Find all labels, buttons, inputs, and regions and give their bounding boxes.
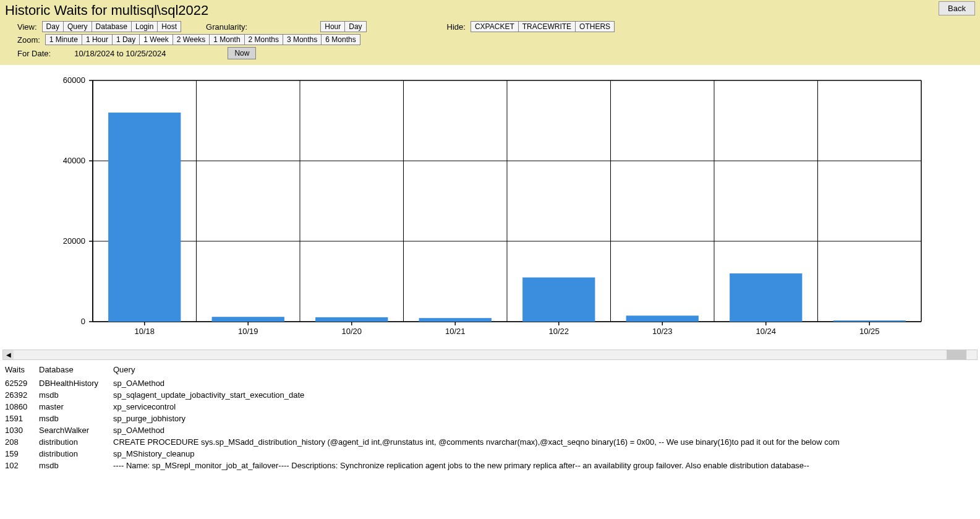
chart-bar-10-25[interactable]	[833, 320, 906, 322]
zoom-btn-1-minute[interactable]: 1 Minute	[45, 34, 82, 45]
zoom-btn-2-months[interactable]: 2 Months	[244, 34, 283, 45]
table-row[interactable]: 159 distribution sp_MShistory_cleanup	[5, 448, 975, 460]
cell-waits: 208	[5, 436, 39, 448]
zoom-btn-1-day[interactable]: 1 Day	[112, 34, 140, 45]
table-row[interactable]: 102 msdb ---- Name: sp_MSrepl_monitor_jo…	[5, 460, 975, 471]
cell-waits: 26392	[5, 389, 39, 401]
svg-text:60000: 60000	[63, 75, 85, 85]
svg-text:10/20: 10/20	[341, 327, 362, 336]
svg-text:0: 0	[81, 317, 85, 326]
svg-text:10/19: 10/19	[238, 327, 258, 336]
cell-query: sp_OAMethod	[113, 377, 975, 390]
cell-query: sp_purge_jobhistory	[113, 413, 975, 424]
hide-btn-tracewrite[interactable]: TRACEWRITE	[518, 21, 576, 32]
table-body: 62529 DBHealthHistory sp_OAMethod26392 m…	[5, 377, 975, 472]
cell-waits: 62529	[5, 377, 39, 390]
granularity-label: Granularity:	[206, 22, 247, 32]
svg-text:10/18: 10/18	[134, 327, 155, 336]
cell-waits: 102	[5, 460, 39, 471]
table-row[interactable]: 62529 DBHealthHistory sp_OAMethod	[5, 377, 975, 390]
cell-query: xp_servicecontrol	[113, 401, 975, 413]
chart-bar-10-22[interactable]	[522, 278, 595, 322]
table-row[interactable]: 1591 msdb sp_purge_jobhistory	[5, 413, 975, 424]
date-range-text: 10/18/2024 to 10/25/2024	[74, 49, 166, 58]
table-row[interactable]: 1030 SearchWalker sp_OAMethod	[5, 424, 975, 436]
cell-database: distribution	[39, 436, 113, 448]
view-button-group: DayQueryDatabaseLoginHost	[42, 21, 181, 32]
cell-query: sp_OAMethod	[113, 424, 975, 436]
for-date-label: For Date:	[17, 49, 51, 58]
svg-text:10/23: 10/23	[652, 327, 673, 336]
cell-query: sp_sqlagent_update_jobactivity_start_exe…	[113, 389, 975, 401]
col-header-waits[interactable]: Waits	[5, 362, 39, 377]
zoom-btn-1-hour[interactable]: 1 Hour	[82, 34, 113, 45]
cell-waits: 10860	[5, 401, 39, 413]
zoom-btn-1-month[interactable]: 1 Month	[209, 34, 244, 45]
col-header-database[interactable]: Database	[39, 362, 113, 377]
cell-waits: 159	[5, 448, 39, 460]
svg-text:10/25: 10/25	[859, 327, 880, 336]
cell-database: msdb	[39, 389, 113, 401]
cell-query: ---- Name: sp_MSrepl_monitor_job_at_fail…	[113, 460, 975, 471]
cell-database: DBHealthHistory	[39, 377, 113, 390]
bar-chart[interactable]: 020000400006000010/1810/1910/2010/2110/2…	[12, 71, 940, 343]
results-table: Waits Database Query 62529 DBHealthHisto…	[5, 362, 975, 471]
horizontal-scrollbar[interactable]: ◀	[2, 350, 978, 360]
view-btn-database[interactable]: Database	[92, 21, 132, 32]
zoom-btn-1-week[interactable]: 1 Week	[139, 34, 173, 45]
cell-database: master	[39, 401, 113, 413]
scroll-thumb[interactable]	[947, 350, 966, 359]
svg-text:10/21: 10/21	[445, 327, 466, 336]
zoom-label: Zoom:	[17, 35, 40, 45]
cell-waits: 1030	[5, 424, 39, 436]
view-row: View: DayQueryDatabaseLoginHost Granular…	[17, 21, 975, 32]
col-header-query[interactable]: Query	[113, 362, 975, 377]
svg-text:10/22: 10/22	[548, 327, 569, 336]
hide-button-group: CXPACKETTRACEWRITEOTHERS	[471, 21, 615, 32]
gran-btn-day[interactable]: Day	[344, 21, 366, 32]
cell-database: SearchWalker	[39, 424, 113, 436]
chart-bar-10-19[interactable]	[212, 317, 284, 322]
zoom-button-group: 1 Minute1 Hour1 Day1 Week2 Weeks1 Month2…	[45, 34, 360, 45]
chart-bar-10-23[interactable]	[626, 315, 699, 322]
svg-text:40000: 40000	[63, 156, 85, 165]
cell-query: CREATE PROCEDURE sys.sp_MSadd_distributi…	[113, 436, 975, 448]
granularity-button-group: HourDay	[320, 21, 366, 32]
cell-database: msdb	[39, 413, 113, 424]
table-header-row: Waits Database Query	[5, 362, 975, 377]
view-btn-query[interactable]: Query	[63, 21, 92, 32]
cell-waits: 1591	[5, 413, 39, 424]
scroll-left-arrow[interactable]: ◀	[3, 350, 14, 359]
svg-text:10/24: 10/24	[756, 327, 776, 336]
hide-btn-cxpacket[interactable]: CXPACKET	[471, 21, 519, 32]
zoom-btn-2-weeks[interactable]: 2 Weeks	[173, 34, 210, 45]
back-button[interactable]: Back	[939, 1, 975, 15]
view-btn-day[interactable]: Day	[42, 21, 64, 32]
zoom-row: Zoom: 1 Minute1 Hour1 Day1 Week2 Weeks1 …	[17, 34, 975, 45]
view-label: View:	[17, 22, 37, 32]
chart-bar-10-18[interactable]	[108, 113, 181, 322]
page-title: Historic Waits for multisql\sql2022	[5, 2, 975, 19]
cell-database: msdb	[39, 460, 113, 471]
view-btn-login[interactable]: Login	[131, 21, 158, 32]
now-button[interactable]: Now	[228, 47, 256, 59]
hide-label: Hide:	[447, 22, 466, 32]
zoom-btn-6-months[interactable]: 6 Months	[321, 34, 360, 45]
view-btn-host[interactable]: Host	[157, 21, 181, 32]
chart-bar-10-20[interactable]	[315, 317, 388, 322]
gran-btn-hour[interactable]: Hour	[320, 21, 345, 32]
cell-query: sp_MShistory_cleanup	[113, 448, 975, 460]
table-row[interactable]: 10860 master xp_servicecontrol	[5, 401, 975, 413]
results-table-area: Waits Database Query 62529 DBHealthHisto…	[0, 360, 980, 474]
chart-area: 020000400006000010/1810/1910/2010/2110/2…	[0, 65, 980, 350]
table-row[interactable]: 26392 msdb sp_sqlagent_update_jobactivit…	[5, 389, 975, 401]
header-toolbar: Back Historic Waits for multisql\sql2022…	[0, 0, 980, 65]
hide-btn-others[interactable]: OTHERS	[575, 21, 615, 32]
chart-bar-10-21[interactable]	[419, 318, 492, 322]
cell-database: distribution	[39, 448, 113, 460]
svg-text:20000: 20000	[63, 236, 85, 246]
chart-bar-10-24[interactable]	[730, 273, 802, 322]
zoom-btn-3-months[interactable]: 3 Months	[283, 34, 322, 45]
table-row[interactable]: 208 distribution CREATE PROCEDURE sys.sp…	[5, 436, 975, 448]
date-row: For Date: 10/18/2024 to 10/25/2024 Now	[17, 47, 975, 59]
